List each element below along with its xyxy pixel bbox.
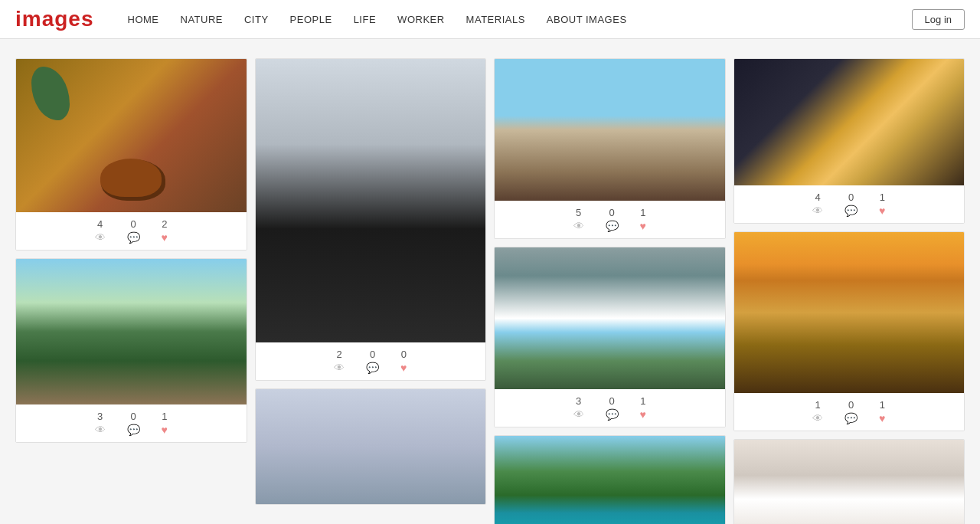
comments-count-lamp: 0	[848, 192, 854, 203]
stat-likes-canal: 1 ♥	[162, 411, 168, 436]
card-stats-lamp: 4 👁 0 💬 1 ♥	[734, 185, 965, 223]
heart-icon-tea: ♥	[162, 231, 168, 244]
nav-life[interactable]: LIFE	[343, 0, 387, 39]
card-building[interactable]	[255, 388, 487, 505]
card-stats-street: 5 👁 0 💬 1 ♥	[495, 201, 725, 238]
main-nav: HOME NATURE CITY PEOPLE LIFE WORKER MATE…	[117, 0, 912, 39]
nav-city[interactable]: CITY	[234, 0, 279, 39]
likes-count-lamp: 1	[880, 192, 885, 203]
eye-icon-tea: 👁	[95, 231, 106, 244]
likes-count-street: 1	[640, 207, 645, 218]
nav-about[interactable]: ABOUT IMAGES	[536, 0, 638, 39]
stat-comments-crane: 0 💬	[366, 349, 379, 374]
stat-views-forest: 1 👁	[812, 399, 823, 424]
likes-count-waterfall: 1	[640, 395, 645, 407]
site-logo[interactable]: images	[15, 7, 94, 31]
image-lake	[495, 436, 725, 524]
nav-materials[interactable]: MATERIALS	[456, 0, 536, 39]
eye-icon-forest: 👁	[812, 412, 823, 424]
views-count-forest: 1	[815, 399, 820, 411]
likes-count-forest: 1	[880, 399, 885, 411]
stat-likes-crane: 0 ♥	[400, 349, 407, 374]
image-lamp	[734, 59, 965, 185]
eye-icon-lamp: 👁	[812, 205, 823, 217]
card-stats-tea: 4 👁 0 💬 2 ♥	[16, 212, 247, 250]
eye-icon-canal: 👁	[95, 424, 106, 436]
heart-icon-forest: ♥	[879, 412, 885, 424]
comments-count-forest: 0	[848, 399, 854, 411]
stat-comments-waterfall: 0 💬	[606, 395, 619, 421]
comment-icon-waterfall: 💬	[606, 408, 619, 421]
image-crane	[256, 59, 486, 342]
views-count-crane: 2	[336, 349, 341, 360]
stat-views-tea: 4 👁	[95, 218, 106, 244]
nav-people[interactable]: PEOPLE	[279, 0, 343, 39]
card-canal[interactable]: 3 👁 0 💬 1 ♥	[15, 258, 247, 443]
comments-count-street: 0	[609, 207, 614, 218]
stat-views-street: 5 👁	[573, 207, 584, 232]
views-count-lamp: 4	[815, 192, 820, 203]
stat-likes-tea: 2 ♥	[162, 218, 168, 244]
card-forest[interactable]: 1 👁 0 💬 1 ♥	[733, 231, 965, 431]
grid-col-2: 2 👁 0 💬 0 ♥	[255, 58, 487, 505]
image-tea	[16, 59, 247, 212]
heart-icon-street: ♥	[640, 220, 646, 232]
image-canal	[16, 259, 247, 404]
card-tea[interactable]: 4 👁 0 💬 2 ♥	[15, 58, 247, 251]
comment-icon-canal: 💬	[127, 424, 140, 436]
comments-count-tea: 0	[130, 218, 136, 230]
stat-comments-tea: 0 💬	[127, 218, 140, 244]
card-street[interactable]: 5 👁 0 💬 1 ♥	[494, 58, 726, 239]
stat-comments-lamp: 0 💬	[844, 192, 858, 217]
card-waterfall[interactable]: 3 👁 0 💬 1 ♥	[494, 247, 726, 427]
views-count-canal: 3	[97, 411, 103, 422]
card-lake[interactable]	[494, 435, 726, 524]
login-button[interactable]: Log in	[912, 9, 965, 30]
comments-count-crane: 0	[370, 349, 375, 360]
grid-col-3: 5 👁 0 💬 1 ♥	[494, 58, 726, 524]
nav-home[interactable]: HOME	[117, 0, 170, 39]
heart-icon-waterfall: ♥	[640, 408, 646, 421]
card-lamp[interactable]: 4 👁 0 💬 1 ♥	[733, 58, 965, 224]
stat-likes-lamp: 1 ♥	[879, 192, 885, 217]
stat-comments-canal: 0 💬	[127, 411, 140, 436]
likes-count-tea: 2	[162, 218, 167, 230]
main-content: 4 👁 0 💬 2 ♥	[0, 39, 980, 524]
image-building	[256, 389, 486, 504]
card-crane[interactable]: 2 👁 0 💬 0 ♥	[255, 58, 487, 381]
views-count-street: 5	[576, 207, 581, 218]
eye-icon-waterfall: 👁	[573, 408, 584, 421]
eye-icon-street: 👁	[573, 220, 584, 232]
heart-icon-crane: ♥	[400, 362, 407, 374]
comment-icon-street: 💬	[606, 220, 619, 232]
views-count-tea: 4	[97, 218, 103, 230]
comment-icon-tea: 💬	[127, 231, 140, 244]
nav-nature[interactable]: NATURE	[170, 0, 234, 39]
card-stats-waterfall: 3 👁 0 💬 1 ♥	[495, 389, 725, 427]
comment-icon-lamp: 💬	[844, 205, 858, 217]
views-count-waterfall: 3	[576, 395, 581, 407]
image-forest	[734, 232, 965, 393]
card-stats-canal: 3 👁 0 💬 1 ♥	[16, 404, 247, 442]
heart-icon-canal: ♥	[162, 424, 168, 436]
card-person[interactable]	[733, 439, 965, 524]
comment-icon-crane: 💬	[366, 362, 379, 374]
stat-likes-street: 1 ♥	[640, 207, 646, 232]
stat-views-canal: 3 👁	[95, 411, 106, 436]
eye-icon-crane: 👁	[334, 362, 345, 374]
stat-views-crane: 2 👁	[334, 349, 345, 374]
stat-likes-forest: 1 ♥	[879, 399, 885, 424]
image-waterfall	[495, 247, 725, 389]
nav-worker[interactable]: WORKER	[387, 0, 456, 39]
image-street	[495, 59, 725, 201]
stat-comments-street: 0 💬	[606, 207, 619, 232]
stat-views-waterfall: 3 👁	[573, 395, 584, 421]
comments-count-waterfall: 0	[609, 395, 614, 407]
comment-icon-forest: 💬	[844, 412, 858, 424]
grid-col-4: 4 👁 0 💬 1 ♥	[733, 58, 965, 524]
card-stats-forest: 1 👁 0 💬 1 ♥	[734, 393, 965, 431]
likes-count-canal: 1	[162, 411, 167, 422]
stat-likes-waterfall: 1 ♥	[640, 395, 646, 421]
stat-views-lamp: 4 👁	[812, 192, 823, 217]
site-header: images HOME NATURE CITY PEOPLE LIFE WORK…	[0, 0, 980, 39]
